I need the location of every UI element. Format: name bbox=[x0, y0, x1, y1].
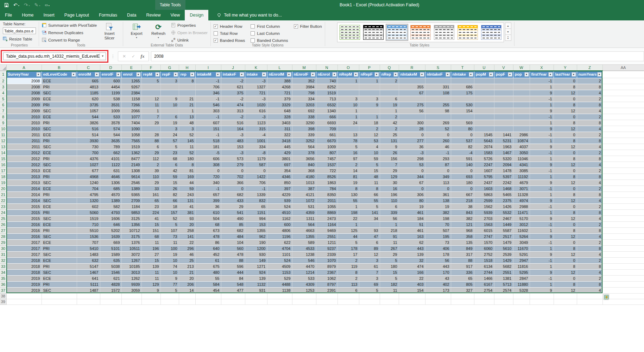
cell-R36[interactable]: 403 bbox=[399, 281, 425, 287]
cell-L5[interactable]: 379 bbox=[267, 96, 292, 102]
cell-O21[interactable]: 130 bbox=[337, 191, 359, 197]
cell-R9[interactable]: 300 bbox=[399, 120, 425, 126]
cell-M9[interactable]: 3290 bbox=[292, 120, 316, 126]
cell-S20[interactable]: 0 bbox=[425, 186, 451, 191]
cell-G30[interactable]: 100 bbox=[160, 245, 179, 251]
row-header-12[interactable]: 12 bbox=[0, 138, 6, 144]
cell-N18[interactable]: 8526 bbox=[316, 174, 337, 180]
row-header-2[interactable]: 2 bbox=[0, 78, 6, 84]
row-header-11[interactable]: 11 bbox=[0, 132, 6, 138]
table-header-nrep[interactable]: nRep▾ bbox=[380, 71, 399, 78]
cell-Y38[interactable] bbox=[554, 293, 577, 299]
cell-J9[interactable]: 516 bbox=[221, 120, 245, 126]
cell-Q34[interactable]: 15 bbox=[380, 269, 399, 275]
cell-R30[interactable]: 443 bbox=[399, 245, 425, 251]
cell-Q22[interactable]: 110 bbox=[380, 197, 399, 203]
cell-N37[interactable]: 2391 bbox=[316, 287, 337, 293]
cell-B22[interactable]: SEC bbox=[42, 197, 77, 203]
cell-E13[interactable]: 1519 bbox=[121, 144, 141, 150]
column-header-J[interactable]: J bbox=[221, 65, 245, 71]
filter-button-firstyear[interactable]: ▾ bbox=[548, 72, 553, 77]
cell-Y13[interactable]: 12 bbox=[554, 144, 577, 150]
cell-T5[interactable] bbox=[451, 96, 474, 102]
row-header-32[interactable]: 32 bbox=[0, 257, 6, 263]
cell-G20[interactable]: 26 bbox=[160, 186, 179, 191]
cell-S24[interactable]: 382 bbox=[425, 209, 451, 215]
cell-X27[interactable]: 1 bbox=[530, 227, 554, 233]
table-header-intake[interactable]: intake▾ bbox=[245, 71, 267, 78]
cell-G3[interactable] bbox=[160, 84, 179, 90]
cell-G15[interactable]: 68 bbox=[160, 156, 179, 162]
cell-Z2[interactable]: 2 bbox=[577, 78, 602, 84]
cell-S12[interactable]: 260 bbox=[425, 138, 451, 144]
cell-AA13[interactable] bbox=[602, 144, 644, 150]
cell-L10[interactable]: 311 bbox=[267, 126, 292, 132]
cell-T20[interactable]: 0 bbox=[451, 186, 474, 191]
column-header-E[interactable]: E bbox=[121, 65, 141, 71]
cell-A37[interactable]: 2019 bbox=[6, 287, 42, 293]
cell-G29[interactable]: 11 bbox=[160, 239, 179, 245]
cell-R15[interactable]: 298 bbox=[399, 156, 425, 162]
cell-I39[interactable] bbox=[195, 299, 221, 304]
filter-button-pop[interactable]: ▾ bbox=[524, 72, 529, 77]
cell-J15[interactable]: 573 bbox=[221, 156, 245, 162]
cell-E8[interactable]: 1077 bbox=[121, 114, 141, 120]
cell-O13[interactable]: 5 bbox=[337, 144, 359, 150]
cell-C21[interactable]: 4795 bbox=[77, 191, 100, 197]
cell-K38[interactable] bbox=[245, 293, 267, 299]
cell-Z14[interactable]: 2 bbox=[577, 150, 602, 156]
cell-I3[interactable]: 706 bbox=[195, 84, 221, 90]
cell-M34[interactable]: 1214 bbox=[292, 269, 316, 275]
cell-X25[interactable]: 9 bbox=[530, 215, 554, 221]
cell-T29[interactable]: 135 bbox=[451, 239, 474, 245]
cell-U28[interactable]: 2747 bbox=[474, 233, 494, 239]
cell-V13[interactable]: 1963 bbox=[494, 144, 513, 150]
cell-K15[interactable]: 1179 bbox=[245, 156, 267, 162]
cell-N6[interactable]: 6532 bbox=[316, 102, 337, 108]
cell-F4[interactable] bbox=[141, 90, 160, 96]
table-header-intakem[interactable]: intakeM▾ bbox=[195, 71, 221, 78]
cell-AA4[interactable] bbox=[602, 90, 644, 96]
cell-O25[interactable]: 22 bbox=[337, 215, 359, 221]
cell-U8[interactable] bbox=[474, 114, 494, 120]
cell-H4[interactable] bbox=[179, 90, 195, 96]
cell-N3[interactable]: 8252 bbox=[316, 84, 337, 90]
touch-mode-icon[interactable]: ✎▾ bbox=[34, 2, 40, 7]
cell-F22[interactable]: 65 bbox=[141, 197, 160, 203]
cell-N15[interactable]: 7457 bbox=[316, 156, 337, 162]
cell-S2[interactable] bbox=[425, 78, 451, 84]
cell-Z26[interactable]: 2 bbox=[577, 221, 602, 227]
cell-R18[interactable]: 344 bbox=[399, 174, 425, 180]
cell-V12[interactable]: 5231 bbox=[494, 138, 513, 144]
cell-D9[interactable]: 3578 bbox=[100, 120, 121, 126]
cell-J33[interactable]: 596 bbox=[221, 263, 245, 269]
cell-H31[interactable]: 46 bbox=[179, 251, 195, 257]
cell-J2[interactable]: -2 bbox=[221, 78, 245, 84]
cell-W12[interactable]: 10874 bbox=[513, 138, 530, 144]
cell-G9[interactable]: 19 bbox=[160, 120, 179, 126]
cell-Y31[interactable]: 12 bbox=[554, 251, 577, 257]
cell-Q32[interactable]: 5 bbox=[380, 257, 399, 263]
cell-N14[interactable]: 807 bbox=[316, 150, 337, 156]
cell-Y34[interactable]: 12 bbox=[554, 269, 577, 275]
cell-C15[interactable]: 4376 bbox=[77, 156, 100, 162]
cell-Y10[interactable]: 12 bbox=[554, 126, 577, 132]
cell-V22[interactable]: 2375 bbox=[494, 197, 513, 203]
filter-button-enrolf[interactable]: ▾ bbox=[116, 72, 121, 77]
cell-S25[interactable]: 198 bbox=[425, 215, 451, 221]
cell-C6[interactable]: 3735 bbox=[77, 102, 100, 108]
cell-K35[interactable]: 139 bbox=[245, 275, 267, 281]
cell-J38[interactable] bbox=[221, 293, 245, 299]
insert-function-icon[interactable]: fx bbox=[138, 54, 147, 59]
cell-N35[interactable]: 1062 bbox=[316, 275, 337, 281]
cell-L8[interactable]: 328 bbox=[267, 114, 292, 120]
cell-A25[interactable]: 2015 bbox=[6, 215, 42, 221]
cell-A11[interactable]: 2011 bbox=[6, 132, 42, 138]
cell-P22[interactable]: 55 bbox=[359, 197, 380, 203]
cell-K20[interactable]: -1 bbox=[245, 186, 267, 191]
row-header-8[interactable]: 8 bbox=[0, 114, 6, 120]
cell-N28[interactable]: 2551 bbox=[316, 233, 337, 239]
cell-M13[interactable]: 564 bbox=[292, 144, 316, 150]
cell-M22[interactable]: 1072 bbox=[292, 197, 316, 203]
cell-V28[interactable]: 2517 bbox=[494, 233, 513, 239]
